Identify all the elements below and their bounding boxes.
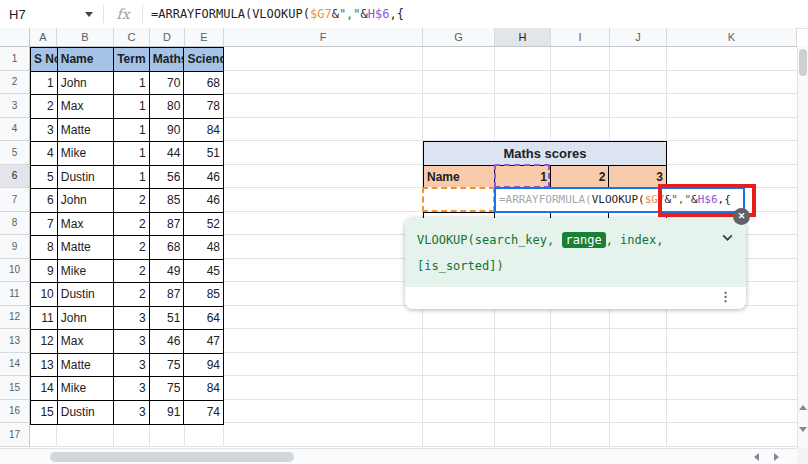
table-cell[interactable]: 84: [184, 377, 223, 400]
table-cell[interactable]: 74: [184, 401, 223, 425]
column-header-f[interactable]: F: [224, 28, 423, 46]
table-cell[interactable]: 9: [31, 260, 58, 283]
table-cell[interactable]: 47: [184, 330, 223, 353]
vertical-scrollbar[interactable]: [797, 47, 808, 448]
scores-header-cell[interactable]: Name: [424, 166, 495, 189]
table-cell[interactable]: 4: [31, 142, 58, 165]
row-header-12[interactable]: 12: [0, 306, 29, 330]
table-cell[interactable]: 68: [150, 236, 185, 259]
table-cell[interactable]: Max: [58, 213, 114, 236]
table-cell[interactable]: 6: [31, 189, 58, 212]
table-cell[interactable]: 48: [184, 236, 223, 259]
table-cell[interactable]: 2: [114, 213, 150, 236]
scroll-up-icon[interactable]: [798, 399, 808, 415]
table-cell[interactable]: Name: [58, 48, 114, 71]
table-cell[interactable]: Science: [184, 48, 223, 71]
column-header-g[interactable]: G: [423, 28, 495, 46]
table-cell[interactable]: 3: [114, 377, 150, 400]
column-header-d[interactable]: D: [150, 28, 185, 46]
table-cell[interactable]: Matte: [58, 119, 114, 142]
table-cell[interactable]: 87: [150, 283, 185, 306]
table-cell[interactable]: 68: [184, 72, 223, 95]
table-cell[interactable]: 87: [150, 213, 185, 236]
table-cell[interactable]: 5: [31, 166, 58, 189]
row-header-16[interactable]: 16: [0, 400, 29, 424]
table-cell[interactable]: 85: [150, 189, 185, 212]
table-cell[interactable]: 2: [114, 189, 150, 212]
table-cell[interactable]: 3: [114, 354, 150, 377]
scroll-right-icon[interactable]: [769, 450, 783, 464]
column-header-a[interactable]: A: [30, 28, 57, 46]
table-cell[interactable]: S No: [31, 48, 58, 71]
namebox-dropdown-icon[interactable]: [85, 12, 93, 17]
row-header-13[interactable]: 13: [0, 329, 29, 353]
table-cell[interactable]: Dustin: [58, 401, 114, 425]
column-header-h[interactable]: H: [495, 28, 551, 46]
row-header-14[interactable]: 14: [0, 353, 29, 377]
row-header-4[interactable]: 4: [0, 118, 29, 142]
table-cell[interactable]: 2: [114, 260, 150, 283]
table-cell[interactable]: 45: [184, 260, 223, 283]
cells-area[interactable]: S NoNameTermMathsScience1John170682Max18…: [30, 47, 797, 447]
column-header-e[interactable]: E: [185, 28, 224, 46]
table-cell[interactable]: 51: [150, 307, 185, 330]
table-cell[interactable]: 1: [114, 95, 150, 118]
row-header-3[interactable]: 3: [0, 94, 29, 118]
table-cell[interactable]: 2: [31, 95, 58, 118]
table-cell[interactable]: Matte: [58, 236, 114, 259]
table-cell[interactable]: 85: [184, 283, 223, 306]
table-cell[interactable]: 46: [184, 166, 223, 189]
scroll-left-icon[interactable]: [749, 450, 763, 464]
row-header-5[interactable]: 5: [0, 141, 29, 165]
table-cell[interactable]: Max: [58, 95, 114, 118]
table-cell[interactable]: 70: [150, 72, 185, 95]
table-cell[interactable]: 56: [150, 166, 185, 189]
table-cell[interactable]: 75: [150, 377, 185, 400]
table-cell[interactable]: 8: [31, 236, 58, 259]
scores-title-cell[interactable]: Maths scores: [424, 142, 666, 166]
table-cell[interactable]: Term: [114, 48, 150, 71]
column-header-j[interactable]: J: [610, 28, 667, 46]
table-cell[interactable]: Maths: [150, 48, 185, 71]
row-header-1[interactable]: 1: [0, 47, 29, 71]
table-cell[interactable]: 90: [150, 119, 185, 142]
table-cell[interactable]: 84: [184, 119, 223, 142]
dismiss-help-icon[interactable]: ✕: [733, 208, 750, 225]
table-cell[interactable]: 11: [31, 307, 58, 330]
table-cell[interactable]: 1: [114, 142, 150, 165]
table-cell[interactable]: 7: [31, 213, 58, 236]
table-cell[interactable]: 10: [31, 283, 58, 306]
row-header-10[interactable]: 10: [0, 259, 29, 283]
horizontal-scrollbar[interactable]: [0, 448, 797, 464]
row-header-6[interactable]: 6: [0, 165, 29, 189]
column-header-k[interactable]: K: [667, 28, 797, 46]
row-header-17[interactable]: 17: [0, 423, 29, 447]
table-cell[interactable]: 1: [114, 166, 150, 189]
horizontal-scrollbar-thumb[interactable]: [50, 452, 294, 462]
vertical-scrollbar-thumb[interactable]: [799, 49, 807, 76]
table-cell[interactable]: 46: [150, 330, 185, 353]
table-cell[interactable]: John: [58, 189, 114, 212]
row-header-11[interactable]: 11: [0, 282, 29, 306]
table-cell[interactable]: Mike: [58, 260, 114, 283]
table-cell[interactable]: 14: [31, 377, 58, 400]
table-cell[interactable]: 3: [31, 119, 58, 142]
collapse-help-icon[interactable]: [721, 230, 734, 248]
table-cell[interactable]: 51: [184, 142, 223, 165]
row-header-15[interactable]: 15: [0, 376, 29, 400]
table-cell[interactable]: 1: [114, 119, 150, 142]
table-cell[interactable]: John: [58, 72, 114, 95]
table-cell[interactable]: 46: [184, 189, 223, 212]
column-header-b[interactable]: B: [57, 28, 114, 46]
table-cell[interactable]: 49: [150, 260, 185, 283]
row-header-2[interactable]: 2: [0, 71, 29, 95]
table-cell[interactable]: 52: [184, 213, 223, 236]
column-header-c[interactable]: C: [114, 28, 150, 46]
column-header-i[interactable]: I: [551, 28, 610, 46]
table-cell[interactable]: 3: [114, 330, 150, 353]
table-cell[interactable]: Dustin: [58, 166, 114, 189]
table-cell[interactable]: 80: [150, 95, 185, 118]
table-cell[interactable]: 1: [114, 72, 150, 95]
table-cell[interactable]: 44: [150, 142, 185, 165]
table-cell[interactable]: Max: [58, 330, 114, 353]
